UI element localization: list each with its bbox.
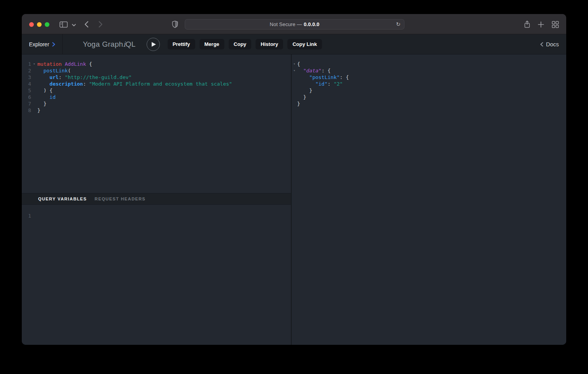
explorer-toggle-button[interactable]: Explorer xyxy=(22,34,63,54)
code-line: 5 ) { xyxy=(22,87,291,94)
code-line: 6 id xyxy=(22,94,291,100)
back-button[interactable] xyxy=(84,21,89,28)
fold-gutter xyxy=(31,67,37,74)
tab-query-variables[interactable]: QUERY VARIABLES xyxy=(38,197,87,201)
code-text: ) { xyxy=(37,87,52,94)
code-text: postLink( xyxy=(37,67,71,74)
chevron-down-icon xyxy=(72,24,76,26)
fold-gutter xyxy=(31,81,37,87)
url-host: 0.0.0.0 xyxy=(304,21,319,27)
fold-gutter xyxy=(31,212,37,219)
play-icon xyxy=(152,42,156,47)
code-line: "id": "2" xyxy=(292,81,566,87)
title-suffix: QL xyxy=(126,40,136,48)
code-text: { xyxy=(297,61,300,67)
shield-icon xyxy=(172,21,178,28)
code-text: } xyxy=(297,100,300,107)
docs-button[interactable]: Docs xyxy=(540,41,559,47)
fold-toggle-icon[interactable]: ▾ xyxy=(292,67,297,74)
execute-query-button[interactable] xyxy=(147,38,160,51)
code-text: description: "Modern API Platform and ec… xyxy=(37,81,232,87)
code-line: ▾ "data": { xyxy=(292,67,566,74)
reload-button[interactable]: ↻ xyxy=(396,21,401,27)
fold-toggle-icon[interactable]: ▾ xyxy=(31,61,37,67)
fold-gutter xyxy=(292,100,297,107)
url-text: Not Secure —0.0.0.0 xyxy=(270,21,320,27)
line-number: 7 xyxy=(22,100,31,107)
address-bar[interactable]: Not Secure —0.0.0.0 ↻ xyxy=(185,19,404,30)
forward-button[interactable] xyxy=(98,21,103,28)
tab-overview-button[interactable] xyxy=(552,21,559,28)
fold-gutter xyxy=(31,100,37,107)
new-tab-button[interactable] xyxy=(538,21,544,28)
share-button[interactable] xyxy=(524,20,530,28)
line-number: 3 xyxy=(22,74,31,81)
fold-gutter xyxy=(292,81,297,87)
fold-gutter xyxy=(31,94,37,100)
sidebar-toggle-button[interactable] xyxy=(60,21,68,28)
merge-button[interactable]: Merge xyxy=(200,39,224,49)
fold-gutter xyxy=(31,107,37,114)
code-line: 1 xyxy=(22,212,291,219)
title-prefix: Yoga Graph xyxy=(83,40,123,48)
prettify-button[interactable]: Prettify xyxy=(168,39,195,49)
query-pane: 1▾mutation AddLink {2 postLink(3 url: "h… xyxy=(22,54,291,345)
chevron-right-icon xyxy=(98,21,103,28)
share-icon xyxy=(524,20,530,28)
response-pane: ▾{▾ "data": { "postLink": { "id": "2" } … xyxy=(292,54,566,345)
toolbar-buttons: Prettify Merge Copy History Copy Link xyxy=(168,39,322,49)
history-button[interactable]: History xyxy=(256,39,283,49)
chevron-right-icon xyxy=(52,42,55,47)
tab-request-headers[interactable]: REQUEST HEADERS xyxy=(94,197,145,201)
line-number: 4 xyxy=(22,81,31,87)
grid-icon xyxy=(552,21,559,28)
variables-editor[interactable]: 1 xyxy=(22,205,291,345)
workspace: 1▾mutation AddLink {2 postLink(3 url: "h… xyxy=(22,54,566,345)
code-line: 3 url: "http://the-guild.dev" xyxy=(22,74,291,81)
line-number: 2 xyxy=(22,67,31,74)
line-number: 1 xyxy=(22,61,31,67)
code-text: "postLink": { xyxy=(297,74,349,81)
code-line: ▾{ xyxy=(292,61,566,67)
code-text: } xyxy=(297,94,306,100)
fold-gutter xyxy=(292,94,297,100)
line-number: 8 xyxy=(22,107,31,114)
page-title: Yoga GraphiQL xyxy=(83,40,136,49)
plus-icon xyxy=(538,21,544,28)
code-line: } xyxy=(292,87,566,94)
code-line: 7 } xyxy=(22,100,291,107)
code-text: } xyxy=(37,107,40,114)
copy-button[interactable]: Copy xyxy=(229,39,252,49)
code-text: "id": "2" xyxy=(297,81,343,87)
response-viewer: ▾{▾ "data": { "postLink": { "id": "2" } … xyxy=(292,54,566,107)
code-text: "data": { xyxy=(297,67,331,74)
sidebar-icon xyxy=(60,21,68,28)
code-text: mutation AddLink { xyxy=(37,61,92,67)
url-security-label: Not Secure — xyxy=(270,21,302,27)
line-number: 6 xyxy=(22,94,31,100)
code-line: 4 description: "Modern API Platform and … xyxy=(22,81,291,87)
code-text: } xyxy=(297,87,312,94)
code-text: url: "http://the-guild.dev" xyxy=(37,74,132,81)
code-line: 8} xyxy=(22,107,291,114)
code-line: "postLink": { xyxy=(292,74,566,81)
variables-tab-bar: QUERY VARIABLES REQUEST HEADERS xyxy=(22,193,291,205)
docs-label: Docs xyxy=(546,41,559,47)
zoom-window-button[interactable] xyxy=(45,22,49,27)
graphiql-toolbar: Explorer Yoga GraphiQL Prettify Merge Co… xyxy=(22,34,566,54)
privacy-report-button[interactable] xyxy=(172,21,178,28)
minimize-window-button[interactable] xyxy=(37,22,42,27)
sidebar-dropdown-button[interactable] xyxy=(72,24,76,26)
fold-gutter xyxy=(31,74,37,81)
copy-link-button[interactable]: Copy Link xyxy=(287,39,322,49)
query-editor[interactable]: 1▾mutation AddLink {2 postLink(3 url: "h… xyxy=(22,54,291,193)
browser-window: Not Secure —0.0.0.0 ↻ xyxy=(22,14,566,345)
code-line: } xyxy=(292,94,566,100)
browser-chrome: Not Secure —0.0.0.0 ↻ xyxy=(22,14,566,34)
fold-toggle-icon[interactable]: ▾ xyxy=(292,61,297,67)
close-window-button[interactable] xyxy=(29,22,34,27)
code-line: } xyxy=(292,100,566,107)
fold-gutter xyxy=(292,74,297,81)
fold-gutter xyxy=(31,87,37,94)
fold-gutter xyxy=(292,87,297,94)
